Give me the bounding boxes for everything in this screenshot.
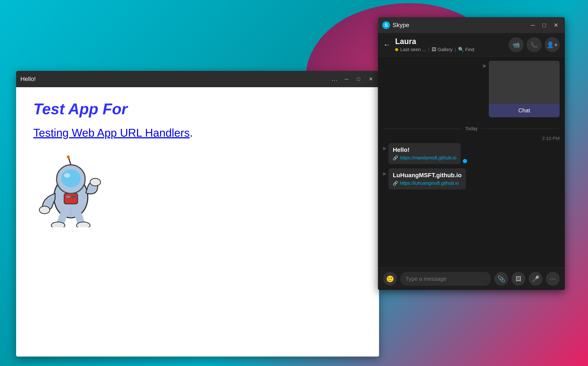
back-button[interactable]: ← [383, 40, 391, 49]
emoji-button[interactable]: 🙂 [383, 272, 397, 286]
image-button[interactable]: 🖼 [512, 272, 525, 286]
skype-maximize-button[interactable]: □ [540, 21, 548, 30]
skype-title-left: S Skype [382, 21, 409, 29]
microphone-icon: 🎤 [532, 275, 539, 282]
audio-call-button[interactable]: 📞 [527, 37, 542, 52]
skype-titlebar: S Skype ─ □ ✕ [378, 17, 565, 33]
message-link-1[interactable]: 🔗 https://mandymsft.github.io [393, 155, 456, 161]
gallery-label: Gallery [438, 47, 453, 53]
svg-point-5 [90, 178, 100, 186]
skype-titlebar-buttons: ─ □ ✕ [529, 21, 560, 30]
video-call-button[interactable]: 📹 [509, 37, 524, 52]
video-call-icon: 📹 [513, 41, 520, 48]
svg-rect-8 [64, 193, 78, 204]
svg-point-4 [39, 206, 50, 214]
hello-heading: Test App For [33, 100, 362, 118]
attach-icon: 📎 [498, 275, 505, 282]
link-icon-1: 🔗 [393, 155, 398, 160]
chat-input-bar: 🙂 📎 🖼 🎤 ⋯ [378, 267, 565, 290]
skype-logo-icon: S [382, 21, 390, 29]
image-icon: 🖼 [515, 275, 521, 282]
hello-link-container: Testing Web App URL Handlers. [33, 126, 362, 139]
message-link-url-2: https://luhuangmsft.github.io [400, 180, 459, 186]
message-item: ▶ Hello! 🔗 https://mandymsft.github.io [383, 143, 560, 164]
find-icon: 🔍 [458, 47, 464, 53]
svg-rect-9 [66, 196, 70, 198]
media-card-label: Chat [489, 104, 560, 117]
status-dot-icon [395, 48, 398, 51]
contact-last-seen: Last seen ... [400, 47, 426, 53]
message-send-icon-1: ▶ [383, 146, 386, 151]
today-separator: Today [383, 126, 560, 131]
svg-line-11 [69, 158, 71, 165]
media-card-content: Chat [489, 61, 560, 117]
gallery-link[interactable]: 🖼 Gallery [432, 47, 453, 53]
svg-point-7 [76, 222, 90, 228]
find-label: Find [465, 47, 475, 53]
hello-period: . [190, 127, 193, 139]
svg-point-12 [67, 155, 70, 159]
hello-window-title: Hello! [20, 76, 36, 83]
hello-titlebar: Hello! ... ─ □ ✕ [16, 71, 379, 87]
message-send-icon-2: ▶ [383, 171, 386, 176]
message-input[interactable] [400, 272, 491, 286]
svg-point-2 [61, 169, 81, 188]
attach-button[interactable]: 📎 [494, 272, 508, 286]
hello-maximize-button[interactable]: □ [355, 75, 362, 83]
hello-minimize-button[interactable]: ─ [343, 75, 350, 83]
message-bubble-1: Hello! 🔗 https://mandymsft.github.io [389, 143, 461, 164]
skype-minimize-button[interactable]: ─ [529, 21, 537, 30]
message-link-url-1: https://mandymsft.github.io [400, 155, 456, 161]
today-label: Today [465, 126, 478, 131]
svg-point-3 [64, 173, 70, 178]
hello-link[interactable]: Testing Web App URL Handlers [33, 127, 190, 139]
gallery-icon: 🖼 [432, 47, 436, 53]
skype-close-button[interactable]: ✕ [551, 21, 560, 30]
hello-app-window: Hello! ... ─ □ ✕ Test App For Testing We… [16, 71, 379, 357]
message-link-2[interactable]: 🔗 https://luhuangmsft.github.io [393, 180, 461, 186]
message-title-2: LuHuangMSFT.github.io [393, 172, 461, 179]
add-participant-button[interactable]: 👤+ [545, 37, 560, 52]
contact-status: Last seen ... | 🖼 Gallery | 🔍 Find [395, 47, 504, 53]
hello-titlebar-controls: ... ─ □ ✕ [332, 75, 375, 83]
hello-close-button[interactable]: ✕ [367, 75, 375, 83]
add-participant-icon: 👤+ [547, 41, 558, 48]
message-timestamp: 2:10 PM [383, 136, 560, 141]
contact-info: Laura Last seen ... | 🖼 Gallery | 🔍 Find [395, 37, 504, 53]
header-actions: 📹 📞 👤+ [509, 37, 560, 52]
find-link[interactable]: 🔍 Find [458, 47, 475, 53]
hello-more-options[interactable]: ... [332, 76, 338, 83]
svg-point-6 [51, 222, 65, 228]
more-icon: ⋯ [550, 275, 556, 282]
skype-header: ← Laura Last seen ... | 🖼 Gallery | 🔍 Fi… [378, 33, 565, 56]
more-options-button[interactable]: ⋯ [546, 272, 560, 286]
emoji-icon: 🙂 [386, 275, 394, 283]
message-bubble-2: LuHuangMSFT.github.io 🔗 https://luhuangm… [389, 168, 466, 190]
media-card: ▶ Chat [483, 61, 560, 117]
media-card-image [489, 61, 560, 104]
message-item-2: ▶ LuHuangMSFT.github.io 🔗 https://luhuan… [383, 168, 560, 190]
svg-rect-10 [72, 196, 75, 198]
astronaut-image [33, 152, 115, 234]
media-card-send-icon: ▶ [483, 63, 487, 69]
hello-content: Test App For Testing Web App URL Handler… [16, 87, 379, 357]
contact-name: Laura [395, 37, 504, 46]
skype-window-title: Skype [392, 22, 409, 29]
message-title-1: Hello! [393, 146, 456, 153]
status-separator: | [428, 47, 430, 53]
chat-area: ▶ Chat Today 2:10 PM ▶ Hello! 🔗 https://… [378, 56, 565, 267]
message-indicator-1 [463, 159, 467, 163]
link-icon-2: 🔗 [393, 181, 398, 186]
skype-window: S Skype ─ □ ✕ ← Laura Last seen ... | 🖼 … [378, 17, 565, 290]
audio-call-icon: 📞 [530, 41, 538, 48]
astronaut-svg [33, 152, 108, 227]
audio-button[interactable]: 🎤 [529, 272, 543, 286]
status-separator-2: | [455, 47, 456, 53]
